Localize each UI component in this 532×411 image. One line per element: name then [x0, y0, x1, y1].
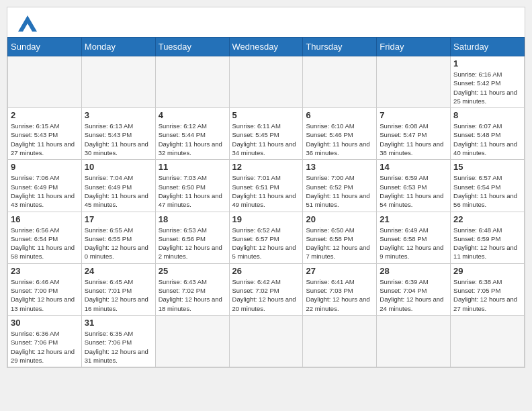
day-number: 21	[380, 214, 447, 224]
day-number: 7	[380, 110, 447, 120]
calendar-day: 6Sunrise: 6:10 AM Sunset: 5:46 PM Daylig…	[303, 108, 377, 160]
calendar-day: 18Sunrise: 6:53 AM Sunset: 6:56 PM Dayli…	[155, 212, 229, 263]
day-info: Sunrise: 6:45 AM Sunset: 7:01 PM Dayligh…	[85, 277, 152, 313]
day-number: 15	[453, 162, 521, 172]
calendar-day: 4Sunrise: 6:12 AM Sunset: 5:44 PM Daylig…	[155, 108, 229, 160]
day-info: Sunrise: 7:04 AM Sunset: 6:49 PM Dayligh…	[85, 173, 152, 209]
day-number: 9	[11, 162, 79, 172]
calendar-day: 1Sunrise: 6:16 AM Sunset: 5:42 PM Daylig…	[451, 56, 525, 108]
calendar-day	[155, 315, 229, 367]
day-number: 25	[159, 266, 226, 276]
day-number: 11	[159, 162, 226, 172]
day-number: 30	[11, 318, 79, 328]
day-number: 4	[159, 110, 226, 120]
day-info: Sunrise: 7:01 AM Sunset: 6:51 PM Dayligh…	[232, 173, 300, 209]
calendar-day	[229, 56, 303, 108]
calendar-day: 16Sunrise: 6:56 AM Sunset: 6:54 PM Dayli…	[8, 212, 82, 263]
day-info: Sunrise: 6:50 AM Sunset: 6:58 PM Dayligh…	[306, 226, 373, 261]
day-number: 26	[232, 266, 300, 276]
day-number: 29	[453, 266, 521, 276]
day-info: Sunrise: 6:56 AM Sunset: 6:54 PM Dayligh…	[11, 226, 79, 261]
calendar-day	[81, 56, 155, 108]
day-info: Sunrise: 6:13 AM Sunset: 5:43 PM Dayligh…	[85, 122, 152, 157]
day-number: 14	[380, 162, 447, 172]
day-info: Sunrise: 6:07 AM Sunset: 5:48 PM Dayligh…	[453, 122, 521, 157]
logo-icon	[18, 15, 37, 32]
day-info: Sunrise: 6:08 AM Sunset: 5:47 PM Dayligh…	[380, 122, 447, 157]
day-number: 17	[85, 214, 152, 224]
day-info: Sunrise: 7:03 AM Sunset: 6:50 PM Dayligh…	[159, 173, 226, 209]
day-info: Sunrise: 6:46 AM Sunset: 7:00 PM Dayligh…	[11, 277, 79, 313]
day-info: Sunrise: 6:49 AM Sunset: 6:58 PM Dayligh…	[380, 226, 447, 261]
calendar-header-wednesday: Wednesday	[229, 38, 303, 56]
day-number: 3	[85, 110, 152, 120]
day-number: 13	[306, 162, 373, 172]
day-info: Sunrise: 6:59 AM Sunset: 6:53 PM Dayligh…	[380, 173, 447, 209]
day-info: Sunrise: 6:57 AM Sunset: 6:54 PM Dayligh…	[453, 173, 521, 209]
calendar-day: 31Sunrise: 6:35 AM Sunset: 7:06 PM Dayli…	[81, 315, 155, 367]
day-number: 6	[306, 110, 373, 120]
day-number: 16	[11, 214, 79, 224]
day-info: Sunrise: 6:39 AM Sunset: 7:04 PM Dayligh…	[380, 277, 447, 313]
calendar-day: 7Sunrise: 6:08 AM Sunset: 5:47 PM Daylig…	[377, 108, 451, 160]
day-number: 24	[85, 266, 152, 276]
day-info: Sunrise: 6:41 AM Sunset: 7:03 PM Dayligh…	[306, 277, 373, 313]
calendar-day: 9Sunrise: 7:06 AM Sunset: 6:49 PM Daylig…	[8, 160, 82, 212]
calendar-week-3: 9Sunrise: 7:06 AM Sunset: 6:49 PM Daylig…	[8, 160, 525, 212]
calendar-day: 10Sunrise: 7:04 AM Sunset: 6:49 PM Dayli…	[81, 160, 155, 212]
day-info: Sunrise: 6:12 AM Sunset: 5:44 PM Dayligh…	[159, 122, 226, 157]
day-number: 5	[232, 110, 300, 120]
calendar-day: 24Sunrise: 6:45 AM Sunset: 7:01 PM Dayli…	[81, 263, 155, 315]
calendar-day: 22Sunrise: 6:48 AM Sunset: 6:59 PM Dayli…	[451, 212, 525, 263]
calendar-day	[155, 56, 229, 108]
calendar-day: 25Sunrise: 6:43 AM Sunset: 7:02 PM Dayli…	[155, 263, 229, 315]
day-info: Sunrise: 6:48 AM Sunset: 6:59 PM Dayligh…	[453, 226, 521, 261]
day-info: Sunrise: 6:15 AM Sunset: 5:43 PM Dayligh…	[11, 122, 79, 157]
header	[7, 7, 525, 37]
calendar-header-saturday: Saturday	[451, 38, 525, 56]
calendar-day	[8, 56, 82, 108]
day-info: Sunrise: 6:38 AM Sunset: 7:05 PM Dayligh…	[453, 277, 521, 313]
calendar-header-friday: Friday	[377, 38, 451, 56]
calendar-header-thursday: Thursday	[303, 38, 377, 56]
day-number: 20	[306, 214, 373, 224]
calendar-day: 20Sunrise: 6:50 AM Sunset: 6:58 PM Dayli…	[303, 212, 377, 263]
day-info: Sunrise: 6:11 AM Sunset: 5:45 PM Dayligh…	[232, 122, 300, 157]
calendar-day: 15Sunrise: 6:57 AM Sunset: 6:54 PM Dayli…	[451, 160, 525, 212]
day-number: 31	[85, 318, 152, 328]
calendar-week-6: 30Sunrise: 6:36 AM Sunset: 7:06 PM Dayli…	[8, 315, 525, 367]
day-number: 12	[232, 162, 300, 172]
day-info: Sunrise: 6:36 AM Sunset: 7:06 PM Dayligh…	[11, 329, 79, 365]
day-info: Sunrise: 6:55 AM Sunset: 6:55 PM Dayligh…	[85, 226, 152, 261]
calendar-header-tuesday: Tuesday	[155, 38, 229, 56]
calendar-week-5: 23Sunrise: 6:46 AM Sunset: 7:00 PM Dayli…	[8, 263, 525, 315]
day-number: 10	[85, 162, 152, 172]
calendar-day: 8Sunrise: 6:07 AM Sunset: 5:48 PM Daylig…	[451, 108, 525, 160]
calendar-day: 27Sunrise: 6:41 AM Sunset: 7:03 PM Dayli…	[303, 263, 377, 315]
day-info: Sunrise: 6:52 AM Sunset: 6:57 PM Dayligh…	[232, 226, 300, 261]
day-info: Sunrise: 6:16 AM Sunset: 5:42 PM Dayligh…	[453, 70, 521, 105]
calendar-week-2: 2Sunrise: 6:15 AM Sunset: 5:43 PM Daylig…	[8, 108, 525, 160]
calendar-day: 5Sunrise: 6:11 AM Sunset: 5:45 PM Daylig…	[229, 108, 303, 160]
day-info: Sunrise: 6:35 AM Sunset: 7:06 PM Dayligh…	[85, 329, 152, 365]
day-info: Sunrise: 6:42 AM Sunset: 7:02 PM Dayligh…	[232, 277, 300, 313]
calendar-day: 17Sunrise: 6:55 AM Sunset: 6:55 PM Dayli…	[81, 212, 155, 263]
calendar-header-monday: Monday	[81, 38, 155, 56]
day-info: Sunrise: 7:00 AM Sunset: 6:52 PM Dayligh…	[306, 173, 373, 209]
calendar-day: 14Sunrise: 6:59 AM Sunset: 6:53 PM Dayli…	[377, 160, 451, 212]
day-number: 18	[159, 214, 226, 224]
day-number: 1	[453, 58, 521, 68]
calendar-day	[303, 315, 377, 367]
calendar-day	[451, 315, 525, 367]
day-number: 23	[11, 266, 79, 276]
day-number: 22	[453, 214, 521, 224]
calendar-day	[303, 56, 377, 108]
calendar-week-1: 1Sunrise: 6:16 AM Sunset: 5:42 PM Daylig…	[8, 56, 525, 108]
calendar-day	[229, 315, 303, 367]
calendar-day: 3Sunrise: 6:13 AM Sunset: 5:43 PM Daylig…	[81, 108, 155, 160]
calendar-day: 29Sunrise: 6:38 AM Sunset: 7:05 PM Dayli…	[451, 263, 525, 315]
calendar-day: 23Sunrise: 6:46 AM Sunset: 7:00 PM Dayli…	[8, 263, 82, 315]
calendar-day	[377, 315, 451, 367]
day-number: 19	[232, 214, 300, 224]
calendar-day: 28Sunrise: 6:39 AM Sunset: 7:04 PM Dayli…	[377, 263, 451, 315]
